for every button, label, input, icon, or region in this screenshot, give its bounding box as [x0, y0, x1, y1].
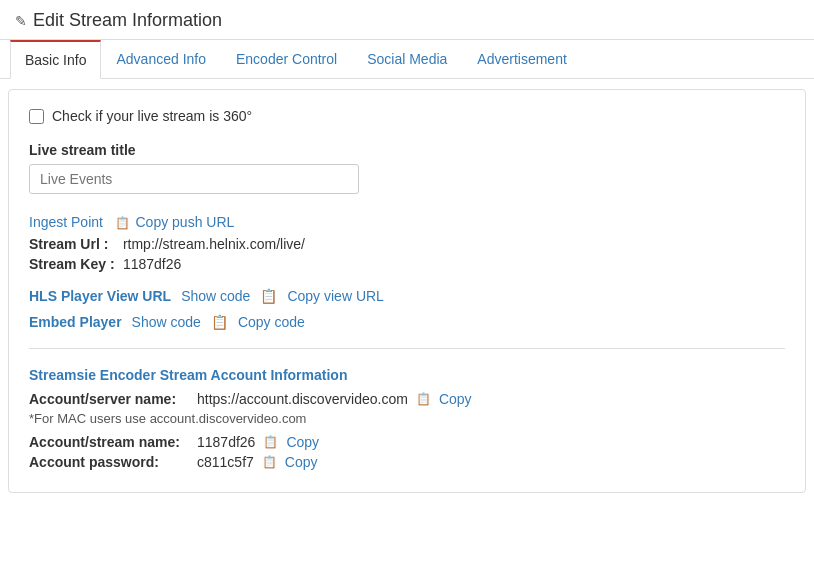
copy-server-icon: 📋 — [416, 392, 431, 406]
account-stream-row: Account/stream name: 1187df26 📋 Copy — [29, 434, 785, 450]
hls-copy-url-link[interactable]: Copy view URL — [287, 288, 383, 304]
tab-encoder-control[interactable]: Encoder Control — [221, 40, 352, 79]
tab-basic-info[interactable]: Basic Info — [10, 40, 101, 79]
stream-key-label: Stream Key : — [29, 256, 119, 272]
hls-show-code-link[interactable]: Show code — [181, 288, 250, 304]
edit-icon: ✎ — [15, 13, 27, 29]
stream-url-value: rtmp://stream.helnix.com/live/ — [123, 236, 305, 252]
copy-push-icon: 📋 — [115, 216, 130, 230]
copy-code-icon: 📋 — [211, 314, 228, 330]
embed-show-code-link[interactable]: Show code — [132, 314, 201, 330]
account-server-row: Account/server name: https://account.dis… — [29, 391, 785, 407]
copy-server-link[interactable]: Copy — [439, 391, 472, 407]
tabs-container: Basic Info Advanced Info Encoder Control… — [0, 40, 814, 79]
account-password-label: Account password: — [29, 454, 189, 470]
copy-password-link[interactable]: Copy — [285, 454, 318, 470]
hls-section: HLS Player View URL Show code 📋 Copy vie… — [29, 288, 785, 304]
account-stream-value: 1187df26 — [197, 434, 255, 450]
copy-view-icon: 📋 — [260, 288, 277, 304]
checkbox-360-row: Check if your live stream is 360° — [29, 108, 785, 124]
encoder-title: Streamsie Encoder Stream Account Informa… — [29, 367, 785, 383]
embed-label[interactable]: Embed Player — [29, 314, 122, 330]
ingest-section: Ingest Point 📋 Copy push URL Stream Url … — [29, 214, 785, 272]
copy-stream-icon: 📋 — [263, 435, 278, 449]
encoder-section: Streamsie Encoder Stream Account Informa… — [29, 367, 785, 470]
tab-advanced-info[interactable]: Advanced Info — [101, 40, 221, 79]
page-header: ✎ Edit Stream Information — [0, 0, 814, 40]
stream-url-row: Stream Url : rtmp://stream.helnix.com/li… — [29, 236, 785, 252]
stream-title-label: Live stream title — [29, 142, 785, 158]
account-password-row: Account password: c811c5f7 📋 Copy — [29, 454, 785, 470]
ingest-point-label[interactable]: Ingest Point — [29, 214, 103, 230]
hls-label[interactable]: HLS Player View URL — [29, 288, 171, 304]
stream-url-label: Stream Url : — [29, 236, 119, 252]
stream-key-value: 1187df26 — [123, 256, 181, 272]
stream-key-row: Stream Key : 1187df26 — [29, 256, 785, 272]
stream-title-input[interactable] — [29, 164, 359, 194]
page-title: Edit Stream Information — [33, 10, 222, 31]
checkbox-360-label: Check if your live stream is 360° — [52, 108, 252, 124]
embed-section: Embed Player Show code 📋 Copy code — [29, 314, 785, 330]
mac-note: *For MAC users use account.discovervideo… — [29, 411, 785, 426]
copy-password-icon: 📋 — [262, 455, 277, 469]
tab-advertisement[interactable]: Advertisement — [462, 40, 581, 79]
separator — [29, 348, 785, 349]
checkbox-360[interactable] — [29, 109, 44, 124]
tab-social-media[interactable]: Social Media — [352, 40, 462, 79]
content-area: Check if your live stream is 360° Live s… — [9, 90, 805, 492]
main-content-container: Check if your live stream is 360° Live s… — [8, 89, 806, 493]
copy-stream-link[interactable]: Copy — [286, 434, 319, 450]
account-stream-label: Account/stream name: — [29, 434, 189, 450]
copy-push-url-link[interactable]: Copy push URL — [136, 214, 235, 230]
account-server-value: https://account.discovervideo.com — [197, 391, 408, 407]
account-password-value: c811c5f7 — [197, 454, 254, 470]
account-server-label: Account/server name: — [29, 391, 189, 407]
embed-copy-code-link[interactable]: Copy code — [238, 314, 305, 330]
